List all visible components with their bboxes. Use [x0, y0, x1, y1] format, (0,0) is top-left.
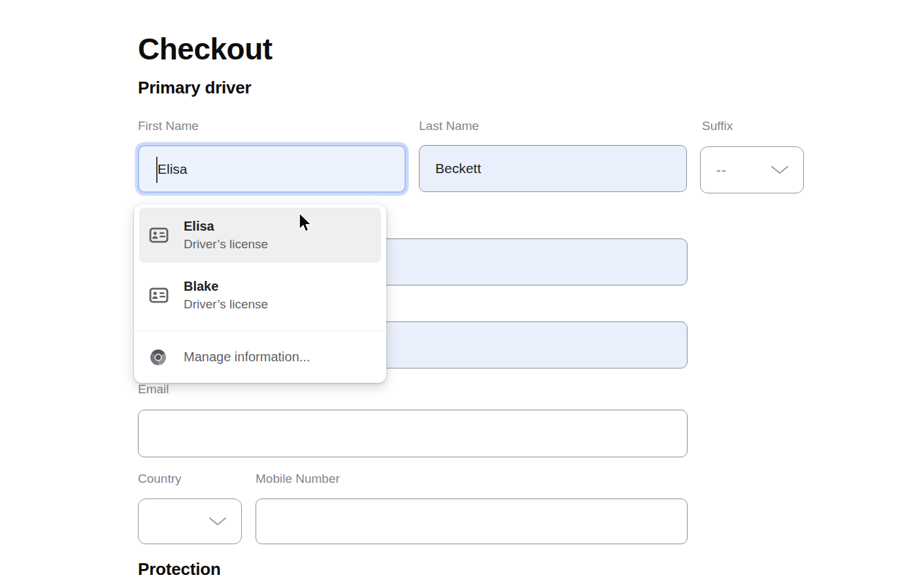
last-name-label: Last Name [419, 119, 479, 133]
chrome-icon [150, 349, 167, 366]
email-label: Email [138, 382, 169, 397]
country-select[interactable] [138, 498, 242, 544]
email-input[interactable] [154, 426, 671, 442]
chevron-down-icon [208, 514, 227, 529]
text-caret [156, 157, 158, 183]
last-name-field[interactable] [419, 145, 687, 192]
id-card-icon [149, 227, 169, 243]
country-label: Country [138, 472, 182, 486]
manage-information-label: Manage information... [184, 350, 310, 365]
section-heading-primary-driver: Primary driver [138, 78, 252, 98]
manage-information-item[interactable]: Manage information... [134, 331, 386, 383]
suggestion-name: Elisa [184, 219, 268, 234]
mouse-cursor [296, 212, 313, 238]
autofill-suggestion-blake[interactable]: Blake Driver’s license [139, 268, 381, 323]
autofill-dropdown: Elisa Driver’s license Blake Driver’s li… [134, 204, 386, 383]
suggestion-detail: Driver’s license [184, 237, 268, 252]
mobile-number-field[interactable] [256, 498, 688, 544]
mobile-number-label: Mobile Number [256, 472, 340, 486]
chevron-down-icon [771, 162, 789, 178]
mobile-number-input[interactable] [272, 514, 671, 529]
first-name-input[interactable] [155, 161, 389, 177]
first-name-field[interactable] [138, 145, 406, 193]
suffix-label: Suffix [702, 119, 733, 133]
suffix-select[interactable]: -- [700, 146, 804, 193]
first-name-label: First Name [138, 119, 199, 133]
page-title: Checkout [138, 31, 273, 67]
suggestion-name: Blake [184, 279, 268, 294]
email-field[interactable] [138, 410, 688, 457]
suffix-value: -- [716, 162, 727, 178]
suggestion-detail: Driver’s license [184, 297, 268, 312]
id-card-icon [149, 287, 169, 303]
last-name-input[interactable] [435, 161, 671, 176]
autofill-suggestion-elisa[interactable]: Elisa Driver’s license [139, 208, 381, 263]
section-heading-protection: Protection [138, 559, 221, 580]
